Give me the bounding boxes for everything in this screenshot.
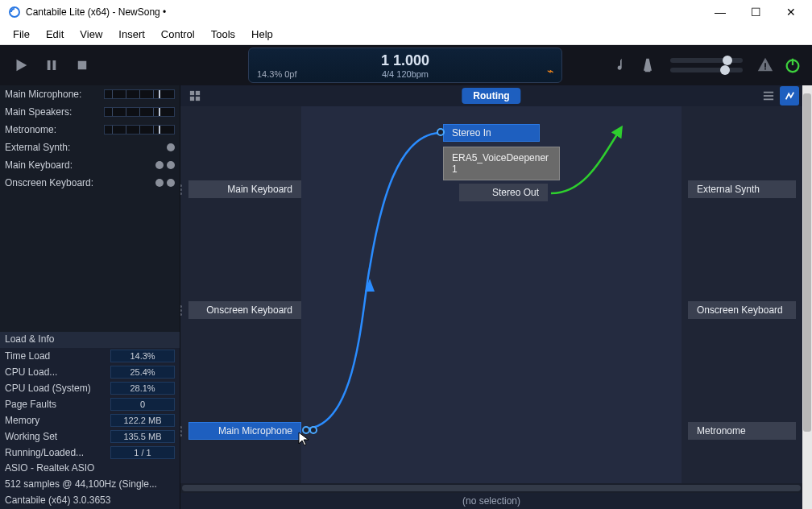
node-stereo-out[interactable]: Stereo Out	[459, 184, 548, 201]
info-running-loaded: Running/Loaded...1 / 1	[0, 445, 180, 461]
menu-file[interactable]: File	[5, 26, 38, 43]
play-button[interactable]	[8, 52, 34, 78]
title-bar: Cantabile Lite (x64) - NewSong • — ☐ ✕	[0, 0, 812, 24]
svg-rect-10	[190, 97, 194, 101]
stop-button[interactable]	[69, 52, 95, 78]
menu-insert[interactable]: Insert	[110, 26, 153, 43]
info-audio-driver: ASIO - Realtek ASIO	[0, 461, 180, 477]
drag-handle-icon[interactable]	[180, 302, 188, 318]
meter	[104, 125, 175, 134]
routing-tab[interactable]: Routing	[462, 88, 520, 104]
drag-handle-icon[interactable]	[180, 423, 188, 439]
horizontal-scrollbar[interactable]	[180, 483, 802, 493]
port-main-speakers[interactable]: Main Speakers:	[0, 103, 180, 121]
window-title: Cantabile Lite (x64) - NewSong •	[26, 6, 702, 18]
menu-bar: File Edit View Insert Control Tools Help	[0, 24, 812, 45]
midi-dot	[155, 179, 164, 187]
node-onscreen-keyboard[interactable]: Onscreen Keyboard	[188, 301, 301, 319]
info-memory: Memory122.2 MB	[0, 412, 180, 428]
sidebar: Main Microphone: Main Speakers: Metronom…	[0, 85, 180, 509]
info-time-load: Time Load14.3%	[0, 348, 180, 364]
transport-display[interactable]: 1 1.000 4/4 120bpm 14.3% 0pf ⌁	[248, 48, 562, 83]
minimize-button[interactable]: —	[702, 1, 738, 23]
svg-rect-9	[196, 91, 200, 95]
load-info-panel: Load & Info Time Load14.3% CPU Load...25…	[0, 332, 180, 509]
port-out-icon[interactable]	[309, 426, 317, 434]
power-button[interactable]	[781, 54, 804, 77]
transport-tempo: 4/4 120bpm	[382, 69, 429, 79]
port-in-icon[interactable]	[437, 128, 445, 136]
node-onscreen-keyboard-right[interactable]: Onscreen Keyboard	[688, 301, 796, 319]
info-cpu-load: CPU Load...25.4%	[0, 364, 180, 380]
info-cpu-load-system: CPU Load (System)28.1%	[0, 380, 180, 396]
midi-dot	[167, 179, 175, 187]
svg-rect-4	[764, 63, 766, 68]
svg-rect-3	[78, 61, 87, 70]
center-header: Routing	[180, 85, 802, 106]
menu-view[interactable]: View	[72, 26, 110, 43]
port-metronome[interactable]: Metronome:	[0, 121, 180, 139]
grid-view-icon[interactable]	[185, 86, 205, 106]
pause-button[interactable]	[39, 52, 64, 78]
midi-dot	[155, 161, 164, 169]
load-info-header: Load & Info	[0, 332, 180, 348]
info-working-set: Working Set135.5 MB	[0, 428, 180, 445]
menu-control[interactable]: Control	[153, 26, 203, 43]
toolbar: 1 1.000 4/4 120bpm 14.3% 0pf ⌁	[0, 45, 812, 85]
node-external-synth[interactable]: External Synth	[688, 180, 796, 198]
stream-icon[interactable]: ⌁	[547, 64, 553, 77]
menu-edit[interactable]: Edit	[38, 26, 72, 43]
port-main-keyboard[interactable]: Main Keyboard:	[0, 156, 180, 174]
node-metronome[interactable]: Metronome	[688, 422, 796, 440]
meter	[104, 89, 175, 99]
port-external-synth[interactable]: External Synth:	[0, 139, 180, 156]
svg-rect-5	[764, 68, 766, 70]
selection-status: (no selection)	[462, 495, 520, 507]
svg-rect-2	[53, 60, 56, 70]
metronome-icon[interactable]	[636, 54, 659, 77]
menu-tools[interactable]: Tools	[203, 26, 243, 43]
svg-rect-12	[764, 92, 773, 93]
center-panel: Routing	[180, 85, 802, 509]
node-main-keyboard[interactable]: Main Keyboard	[188, 180, 301, 198]
close-button[interactable]: ✕	[773, 1, 809, 23]
slider-2[interactable]	[670, 68, 743, 72]
info-audio-config: 512 samples @ 44,100Hz (Single...	[0, 477, 180, 493]
midi-dot	[167, 161, 175, 169]
svg-rect-11	[196, 97, 200, 101]
svg-rect-8	[190, 91, 194, 95]
vertical-scrollbar[interactable]	[802, 85, 812, 509]
app-icon	[8, 6, 21, 19]
status-bar: (no selection)	[180, 493, 802, 509]
transport-position: 1 1.000	[381, 52, 429, 69]
svg-rect-1	[48, 60, 51, 70]
drag-handle-icon[interactable]	[180, 181, 188, 197]
list-view-icon[interactable]	[759, 86, 778, 106]
port-main-microphone[interactable]: Main Microphone:	[0, 85, 180, 103]
volume-sliders[interactable]	[670, 51, 743, 80]
svg-rect-14	[764, 99, 773, 101]
menu-help[interactable]: Help	[243, 26, 281, 43]
node-main-microphone[interactable]: Main Microphone	[188, 422, 301, 440]
meter	[104, 107, 175, 117]
warning-icon[interactable]	[754, 54, 777, 77]
plugin-node[interactable]: ERA5_VoiceDeepener 1	[443, 147, 560, 180]
info-version: Cantabile (x64) 3.0.3653	[0, 493, 180, 509]
node-stereo-in[interactable]: Stereo In	[443, 124, 540, 142]
port-onscreen-keyboard[interactable]: Onscreen Keyboard:	[0, 174, 180, 192]
graph-view-icon[interactable]	[780, 86, 799, 106]
svg-rect-13	[764, 95, 773, 97]
transport-load: 14.3% 0pf	[257, 69, 297, 79]
slider-1[interactable]	[670, 58, 743, 63]
info-page-faults: Page Faults0	[0, 396, 180, 412]
midi-dot	[167, 143, 175, 151]
maximize-button[interactable]: ☐	[738, 1, 773, 23]
routing-canvas[interactable]: Main Keyboard Onscreen Keyboard Main Mic…	[180, 106, 802, 483]
note-icon[interactable]	[609, 54, 632, 77]
